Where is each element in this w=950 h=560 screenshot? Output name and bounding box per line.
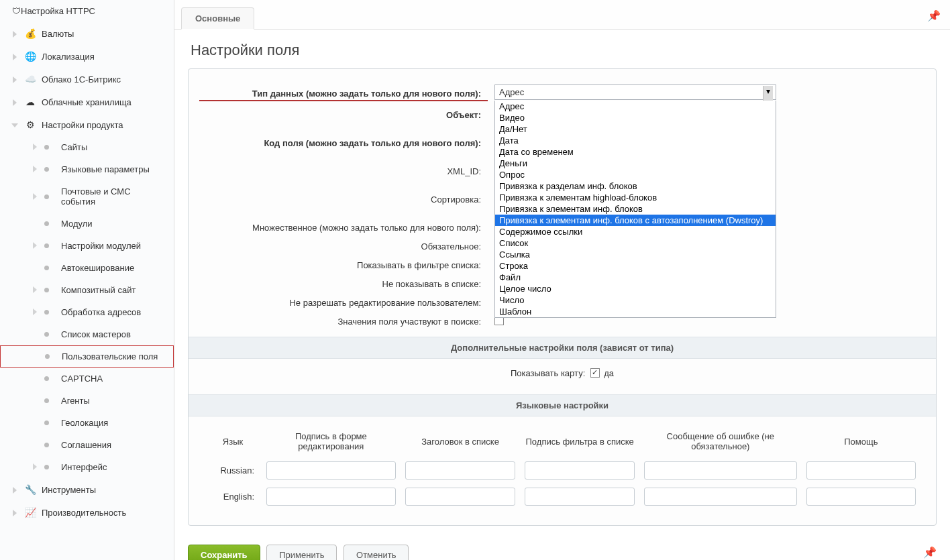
checkbox-show-map[interactable] — [590, 368, 600, 378]
sidebar-item[interactable]: 🔧Инструменты — [0, 478, 174, 501]
dropdown-option[interactable]: Число — [495, 294, 776, 306]
sidebar-item-label: Композитный сайт — [61, 285, 136, 295]
dropdown-option[interactable]: Опрос — [495, 169, 776, 180]
label-show-map: Показывать карту: — [511, 368, 590, 378]
sidebar-item[interactable]: 💰Валюты — [0, 22, 174, 45]
dropdown-option[interactable]: Список — [495, 237, 776, 249]
table-row: Russian: — [206, 459, 918, 482]
bullet-icon — [44, 310, 49, 315]
dropdown-option[interactable]: Привязка к элементам инф. блоков с автоз… — [495, 215, 776, 226]
dropdown-option[interactable]: Дата — [495, 135, 776, 146]
sidebar-subitem[interactable]: Список мастеров — [0, 323, 174, 345]
sidebar-item-label: Производительность — [42, 508, 126, 518]
bullet-icon — [44, 443, 49, 447]
chevron-right-icon — [12, 30, 20, 38]
dropdown-option[interactable]: Да/Нет — [495, 123, 776, 135]
sidebar-subitem[interactable]: CAPTCHA — [0, 368, 174, 390]
lang-input[interactable] — [525, 488, 634, 506]
sidebar-subitem[interactable]: Геолокация — [0, 412, 174, 434]
chevron-right-icon — [32, 241, 39, 251]
lang-input[interactable] — [405, 461, 516, 480]
bullet-icon — [44, 221, 49, 226]
sidebar-item-label: Геолокация — [61, 418, 108, 428]
sidebar-subitem[interactable]: Автокеширование — [0, 257, 174, 279]
sidebar-item[interactable]: ☁️Облако 1С-Битрикс — [0, 68, 174, 91]
dropdown-option[interactable]: Привязка к элементам инф. блоков — [495, 203, 776, 215]
sidebar-item-label: CAPTCHA — [61, 374, 103, 384]
sidebar-subitem[interactable]: Интерфейс — [0, 456, 174, 478]
sidebar-item-partial[interactable]: 🛡 Настройка НТТРС — [0, 0, 174, 22]
sidebar-subitem[interactable]: Почтовые и СМС события — [0, 180, 174, 213]
label-noedit: Не разрешать редактирование пользователе… — [289, 296, 488, 308]
dropdown-option[interactable]: Деньги — [495, 158, 776, 169]
bullet-icon — [44, 243, 49, 248]
cancel-button[interactable]: Отменить — [344, 545, 409, 560]
lang-input[interactable] — [266, 461, 396, 480]
sidebar-item-label: Облачные хранилища — [42, 97, 131, 107]
lang-input[interactable] — [525, 461, 634, 480]
lang-input[interactable] — [806, 488, 916, 506]
sidebar-item-label: Языковые параметры — [61, 164, 150, 174]
label-object: Объект: — [446, 108, 488, 120]
lang-input[interactable] — [405, 488, 516, 506]
label-multi: Множественное (можно задать только для н… — [252, 221, 488, 233]
bullet-icon — [44, 167, 49, 172]
dropdown-option[interactable]: Целое число — [495, 283, 776, 294]
sidebar-item-label: Модули — [61, 219, 93, 229]
select-data-type[interactable]: Адрес — [494, 85, 776, 100]
dropdown-option[interactable]: Адрес — [495, 101, 776, 112]
sidebar-subitem[interactable]: Модули — [0, 213, 174, 235]
sidebar-item-label: Интерфейс — [61, 462, 107, 472]
label-search: Значения поля участвуют в поиске: — [337, 315, 488, 327]
bullet-icon — [45, 354, 50, 359]
sidebar-item[interactable]: ⚙Настройки продукта — [0, 113, 174, 136]
table-row: English: — [206, 486, 918, 508]
label-code: Код поля (можно задать только для нового… — [264, 136, 488, 148]
dropdown-option[interactable]: Видео — [495, 112, 776, 123]
apply-button[interactable]: Применить — [266, 545, 337, 560]
label-sort: Сортировка: — [431, 192, 488, 205]
sidebar-subitem[interactable]: Настройки модулей — [0, 235, 174, 257]
chevron-down-icon — [12, 121, 20, 129]
lang-input[interactable] — [806, 461, 916, 480]
sidebar-subitem[interactable]: Языковые параметры — [0, 158, 174, 180]
save-button[interactable]: Сохранить — [188, 545, 260, 560]
dropdown-option[interactable]: Содержимое ссылки — [495, 226, 776, 237]
dropdown-option[interactable]: Ссылка — [495, 249, 776, 260]
dropdown-option[interactable]: Привязка к разделам инф. блоков — [495, 180, 776, 192]
lang-input[interactable] — [644, 488, 797, 506]
tab-main[interactable]: Основные — [181, 7, 254, 30]
chevron-right-icon — [32, 164, 39, 174]
dropdown-data-type[interactable]: АдресВидеоДа/НетДатаДата со временемДень… — [494, 101, 776, 318]
sidebar-item-label: Облако 1С-Битрикс — [42, 74, 121, 85]
dropdown-option[interactable]: Строка — [495, 260, 776, 272]
sidebar-subitem[interactable]: Агенты — [0, 390, 174, 412]
sidebar-subitem[interactable]: Сайты — [0, 136, 174, 158]
sidebar-subitem[interactable]: Обработка адресов — [0, 301, 174, 323]
item-icon: 🌐 — [24, 51, 36, 62]
sidebar-item[interactable]: ☁Облачные хранилища — [0, 91, 174, 113]
item-icon: 💰 — [24, 28, 36, 39]
sidebar-subitem[interactable]: Композитный сайт — [0, 279, 174, 301]
dropdown-option[interactable]: Дата со временем — [495, 146, 776, 158]
sidebar-item[interactable]: 🌐Локализация — [0, 45, 174, 68]
col-list: Заголовок в списке — [403, 427, 519, 455]
chevron-right-icon — [12, 75, 20, 83]
sidebar-item[interactable]: 📈Производительность — [0, 501, 174, 524]
lang-table: Язык Подпись в форме редактирования Заго… — [189, 416, 936, 525]
form-panel: Тип данных (можно задать только для ново… — [188, 68, 937, 526]
sidebar-subitem[interactable]: Пользовательские поля — [0, 345, 174, 368]
col-filter: Подпись фильтра в списке — [522, 427, 637, 455]
dropdown-option[interactable]: Файл — [495, 272, 776, 283]
lang-input[interactable] — [644, 461, 797, 480]
sidebar-subitem[interactable]: Соглашения — [0, 434, 174, 456]
lang-input[interactable] — [266, 488, 396, 506]
chevron-right-icon — [32, 462, 39, 472]
pin-icon[interactable]: 📌 — [923, 546, 937, 559]
button-bar: Сохранить Применить Отменить 📌 — [174, 538, 950, 560]
dropdown-option[interactable]: Шаблон — [495, 306, 776, 317]
pin-icon[interactable]: 📌 — [927, 9, 941, 22]
dropdown-option[interactable]: Привязка к элементам highload-блоков — [495, 192, 776, 203]
bullet-icon — [44, 194, 49, 199]
label-xmlid: XML_ID: — [447, 164, 488, 176]
